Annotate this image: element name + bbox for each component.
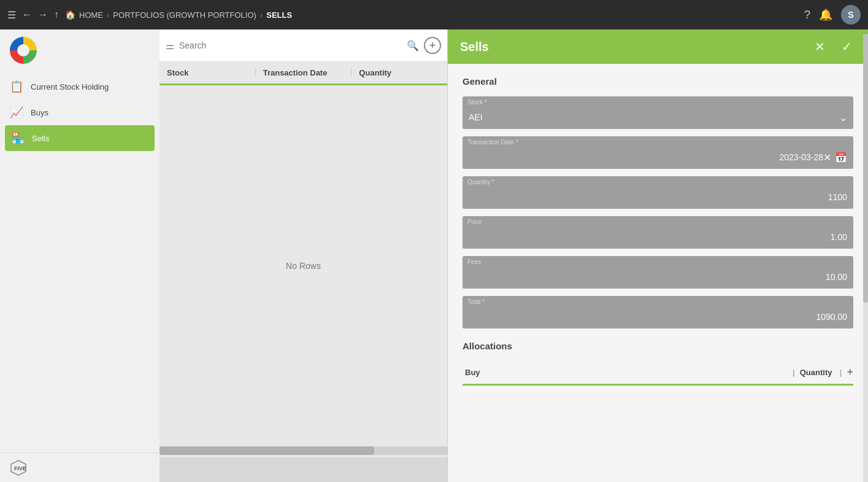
sidebar-item-current-stock-label: Current Stock Holding <box>31 82 109 91</box>
hamburger-icon[interactable]: ☰ <box>7 9 16 21</box>
search-bar: ⚌ 🔍 + <box>159 29 447 62</box>
quantity-field-input[interactable]: 1100 <box>463 185 853 209</box>
sidebar-item-current-stock[interactable]: 📋 Current Stock Holding <box>0 74 159 99</box>
panel-scrollbar-thumb[interactable] <box>863 34 868 303</box>
add-button[interactable]: + <box>424 37 441 54</box>
alloc-col-quantity: Quantity <box>800 368 835 377</box>
five-logo-icon: FIVE <box>10 459 27 476</box>
total-field: Total * 1090.00 <box>463 296 853 328</box>
stock-field-value: AEI <box>469 112 483 122</box>
fees-field-label: Fees <box>463 256 853 265</box>
list-table-header: Stock Transaction Date Quantity <box>159 62 447 85</box>
panel-header-actions: ✕ ✓ <box>810 37 856 56</box>
forward-icon[interactable]: → <box>38 9 48 20</box>
avatar[interactable]: S <box>841 5 861 25</box>
back-icon[interactable]: ← <box>22 9 32 20</box>
sidebar-item-sells-label: Sells <box>32 134 49 143</box>
allocations-section: Allocations Buy | Quantity | + <box>463 341 853 386</box>
total-field-wrapper: Total * 1090.00 <box>463 296 853 328</box>
col-stock: Stock <box>159 68 256 77</box>
quantity-field: Quantity * 1100 <box>463 176 853 209</box>
current-stock-icon: 📋 <box>10 80 23 93</box>
alloc-col-buy: Buy <box>463 368 788 377</box>
up-icon[interactable]: ↑ <box>54 9 59 20</box>
stock-field-wrapper: Stock * AEI ⌄ <box>463 96 853 129</box>
clear-date-icon[interactable]: ✕ <box>823 152 831 163</box>
svg-text:FIVE: FIVE <box>14 465 26 472</box>
close-button[interactable]: ✕ <box>810 37 829 56</box>
five-logo: FIVE <box>10 459 27 476</box>
general-section-title: General <box>463 76 853 87</box>
sidebar: 📋 Current Stock Holding 📈 Buys 🏪 Sells F… <box>0 29 159 482</box>
sidebar-item-sells[interactable]: 🏪 Sells <box>5 125 155 151</box>
breadcrumb-sep-2: › <box>260 10 263 20</box>
col-quantity: Quantity <box>351 68 447 77</box>
breadcrumb-home[interactable]: HOME <box>79 10 103 20</box>
fees-field: Fees 10.00 <box>463 256 853 289</box>
scrollbar-thumb[interactable] <box>159 446 374 455</box>
allocations-section-title: Allocations <box>463 341 853 351</box>
fees-value: 10.00 <box>826 272 847 282</box>
alloc-col-sep: | <box>788 368 800 377</box>
sidebar-logo <box>0 29 159 71</box>
fees-field-input[interactable]: 10.00 <box>463 265 853 289</box>
list-panel: ⚌ 🔍 + Stock Transaction Date Quantity No… <box>159 29 448 482</box>
help-icon[interactable]: ? <box>804 9 810 21</box>
transaction-date-field-wrapper: Transaction Date * 2023-03-28 ✕ 📅 <box>463 136 853 169</box>
search-icon[interactable]: 🔍 <box>407 40 419 52</box>
alloc-table-header: Buy | Quantity | + <box>463 361 853 386</box>
quantity-field-label: Quantity * <box>463 176 853 185</box>
breadcrumb: 🏠 HOME › PORTFOLIOS (GROWTH PORTFOLIO) ›… <box>65 10 292 20</box>
price-field: Price 1.00 <box>463 216 853 249</box>
horizontal-scrollbar[interactable] <box>159 446 447 455</box>
transaction-date-field-input[interactable]: 2023-03-28 ✕ 📅 <box>463 146 853 169</box>
main-content: 📋 Current Stock Holding 📈 Buys 🏪 Sells F… <box>0 29 868 482</box>
panel-scrollbar-track[interactable] <box>863 34 868 482</box>
sidebar-nav: 📋 Current Stock Holding 📈 Buys 🏪 Sells <box>0 71 159 154</box>
total-field-label: Total * <box>463 296 853 305</box>
no-rows-message: No Rows <box>286 261 321 271</box>
panel-title: Sells <box>460 40 489 54</box>
list-table-body: No Rows <box>159 85 447 446</box>
col-transaction-date: Transaction Date <box>256 68 352 77</box>
alloc-add-button[interactable]: + <box>847 366 853 379</box>
total-value: 1090.00 <box>816 312 847 322</box>
breadcrumb-sells[interactable]: SELLS <box>266 10 292 20</box>
quantity-field-wrapper: Quantity * 1100 <box>463 176 853 209</box>
right-panel: Sells ✕ ✓ General Stock * AEI ⌄ <box>448 29 868 482</box>
app-logo <box>10 37 37 64</box>
panel-body: General Stock * AEI ⌄ Transaction Date *… <box>448 64 868 482</box>
top-nav: ☰ ← → ↑ 🏠 HOME › PORTFOLIOS (GROWTH PORT… <box>0 0 868 29</box>
calendar-icon[interactable]: 📅 <box>835 152 847 163</box>
panel-header: Sells ✕ ✓ <box>448 29 868 64</box>
alloc-col-sep2: | <box>834 368 847 377</box>
transaction-date-field-label: Transaction Date * <box>463 136 853 146</box>
stock-field: Stock * AEI ⌄ <box>463 96 853 129</box>
stock-field-label: Stock * <box>463 96 853 106</box>
list-bottom-area <box>159 457 447 482</box>
buys-icon: 📈 <box>10 106 23 119</box>
top-right-actions: ? 🔔 S <box>804 5 861 25</box>
transaction-date-actions: ✕ 📅 <box>823 152 847 163</box>
notification-icon[interactable]: 🔔 <box>819 8 832 21</box>
fees-field-wrapper: Fees 10.00 <box>463 256 853 289</box>
sidebar-item-buys[interactable]: 📈 Buys <box>0 99 159 125</box>
five-logo-bar: FIVE <box>0 453 159 482</box>
confirm-button[interactable]: ✓ <box>837 37 856 56</box>
breadcrumb-portfolios[interactable]: PORTFOLIOS (GROWTH PORTFOLIO) <box>113 10 256 20</box>
price-field-input[interactable]: 1.00 <box>463 225 853 249</box>
breadcrumb-sep-1: › <box>107 10 109 20</box>
search-input[interactable] <box>179 41 402 50</box>
transaction-date-value: 2023-03-28 <box>779 152 823 162</box>
price-field-label: Price <box>463 216 853 225</box>
stock-field-input[interactable]: AEI ⌄ <box>463 106 853 129</box>
stock-dropdown-icon[interactable]: ⌄ <box>839 112 847 123</box>
quantity-value: 1100 <box>828 192 847 202</box>
home-icon: 🏠 <box>65 10 75 20</box>
sidebar-bottom: FIVE <box>0 453 159 482</box>
transaction-date-field: Transaction Date * 2023-03-28 ✕ 📅 <box>463 136 853 169</box>
total-field-input[interactable]: 1090.00 <box>463 305 853 328</box>
sidebar-item-buys-label: Buys <box>31 108 48 117</box>
filter-icon[interactable]: ⚌ <box>166 40 174 52</box>
price-value: 1.00 <box>831 232 847 242</box>
